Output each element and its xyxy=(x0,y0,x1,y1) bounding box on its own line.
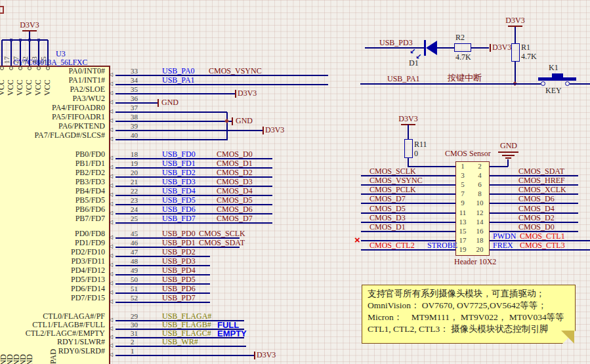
net-label[interactable]: USB_PA1 xyxy=(387,75,420,83)
net-label[interactable]: USB_FD4 xyxy=(162,187,196,195)
pin-number[interactable]: 55 xyxy=(39,56,48,64)
net-label[interactable]: USB_FD2 xyxy=(162,169,196,177)
power-port-label[interactable]: D3V3 xyxy=(492,43,511,52)
net-label[interactable]: USB_PD6 xyxy=(162,285,196,293)
sensor-header-type[interactable]: Header 10X2 xyxy=(454,258,496,266)
net-label[interactable]: CMOS_CTL1 xyxy=(520,232,565,241)
power-port-label[interactable]: D3V3 xyxy=(257,351,276,359)
wire[interactable] xyxy=(437,47,454,49)
port-label[interactable]: CMOS_D4 xyxy=(217,187,253,195)
schematic-canvas[interactable]: U3 CY7C68013A_56LFXC CMOS Sensor Header … xyxy=(0,0,590,364)
wire[interactable] xyxy=(226,112,228,140)
wire[interactable] xyxy=(490,166,508,167)
pin-number[interactable]: 27 xyxy=(12,56,20,64)
chip-pin-name[interactable]: GND xyxy=(26,354,34,364)
net-label[interactable]: CMOS_D5 xyxy=(369,205,406,213)
component-value[interactable]: 4.7K xyxy=(455,53,471,62)
net-label[interactable]: USB_FD1 xyxy=(162,159,196,168)
net-label[interactable]: USB_PD4 xyxy=(162,266,196,275)
pin-number[interactable]: 17 xyxy=(3,56,11,64)
vcc-bus-wire[interactable] xyxy=(2,39,48,41)
component-refdes[interactable]: D1 xyxy=(409,59,419,68)
port-label[interactable]: CMOS_VSYNC xyxy=(209,67,262,75)
component-value[interactable]: KEY xyxy=(545,87,562,95)
led-diode[interactable] xyxy=(426,41,437,55)
port-label[interactable]: CMOS_D7 xyxy=(217,214,253,223)
wire[interactable] xyxy=(471,47,489,49)
net-label[interactable]: CMOS_HREF xyxy=(518,176,565,185)
resistor-R1[interactable] xyxy=(511,43,520,62)
net-label[interactable]: USB_PD5 xyxy=(162,275,196,284)
power-port-label[interactable]: D3V3 xyxy=(501,16,530,25)
port-label[interactable]: CMOS_D1 xyxy=(217,159,253,168)
net-label[interactable]: CMOS_PCLK xyxy=(369,186,416,194)
net-label[interactable]: USB_PD3 xyxy=(379,39,413,47)
resistor-R2[interactable] xyxy=(454,43,471,52)
wire[interactable] xyxy=(515,27,516,43)
wire[interactable] xyxy=(570,83,590,85)
switch-actuator[interactable] xyxy=(538,77,576,81)
net-label[interactable]: USB_FD7 xyxy=(162,214,196,223)
net-label[interactable]: USB_FD0 xyxy=(162,150,196,159)
wire[interactable] xyxy=(116,355,254,356)
sensor-title[interactable]: CMOS Sensor xyxy=(445,150,491,158)
net-label[interactable]: USB_PA1 xyxy=(162,76,195,85)
component-refdes[interactable]: R1 xyxy=(521,43,530,52)
port-label[interactable]: CMOS_SCLK xyxy=(199,230,245,238)
resistor-R11[interactable] xyxy=(404,139,413,158)
flag-tag[interactable]: EMPTY xyxy=(217,329,247,338)
port-label[interactable]: CMOS_D0 xyxy=(217,150,253,159)
pin-function-label[interactable]: PWDN xyxy=(493,232,516,241)
component-refdes[interactable]: K1 xyxy=(549,64,558,72)
net-label[interactable]: USB_PD1 xyxy=(162,239,196,247)
wire[interactable] xyxy=(29,31,30,40)
port-label[interactable]: CMOS_D6 xyxy=(217,205,253,214)
port-label[interactable]: CMOS_D3 xyxy=(217,178,253,186)
net-label[interactable]: USB_FD5 xyxy=(162,196,196,205)
power-port-label[interactable]: D3V3 xyxy=(394,115,423,123)
pin-function-label[interactable]: STROBE xyxy=(427,241,457,250)
net-label[interactable]: CMOS_XCLK xyxy=(518,186,566,194)
port-label[interactable]: CMOS_D5 xyxy=(217,196,253,205)
net-label[interactable]: CMOS_SDAT xyxy=(518,167,564,176)
component-value[interactable]: 4.7K xyxy=(521,52,537,61)
power-port-label[interactable]: D3V3 xyxy=(238,89,257,98)
ground-port-label[interactable]: GND xyxy=(236,117,253,125)
net-label[interactable]: USB_FD6 xyxy=(162,205,196,214)
net-label[interactable]: CMOS_VSYNC xyxy=(369,176,423,185)
net-label[interactable]: USB_PD2 xyxy=(162,248,196,256)
component-value[interactable]: 0 xyxy=(414,150,418,158)
wire[interactable] xyxy=(507,159,509,167)
pin-number[interactable]: 43 xyxy=(30,56,39,64)
net-label[interactable]: CMOS_D0 xyxy=(518,223,555,232)
net-label[interactable]: CMOS_D4 xyxy=(518,205,555,213)
power-port-label[interactable]: D3V3 xyxy=(15,21,44,30)
power-port-label[interactable]: D3V3 xyxy=(265,126,284,134)
net-label[interactable]: CMOS_CTL2 xyxy=(369,241,415,250)
net-label[interactable]: USB_PD0 xyxy=(162,230,196,238)
pin-function-label[interactable]: FREX xyxy=(493,241,513,250)
net-label[interactable]: USB_PD3 xyxy=(162,257,196,266)
wire[interactable] xyxy=(360,83,541,85)
pin-number[interactable]: 32 xyxy=(21,56,30,64)
net-label[interactable]: CMOS_CTL3 xyxy=(520,241,565,250)
net-label[interactable]: CMOS_D1 xyxy=(369,223,406,232)
wire[interactable] xyxy=(116,139,227,140)
component-refdes[interactable]: R11 xyxy=(414,140,427,149)
net-label[interactable]: USB_FD3 xyxy=(162,178,196,186)
port-label[interactable]: CMOS_SDAT xyxy=(199,239,245,247)
key-caption[interactable]: 按键中断 xyxy=(448,73,482,83)
net-label[interactable]: USB_PD7 xyxy=(162,294,196,302)
net-label[interactable]: CMOS_D7 xyxy=(369,195,406,203)
component-refdes[interactable]: R2 xyxy=(455,33,465,42)
net-label[interactable]: CMOS_D2 xyxy=(518,214,555,222)
port-label[interactable]: CMOS_D2 xyxy=(217,169,253,177)
net-label[interactable]: USB_WR# xyxy=(162,338,198,346)
wire[interactable] xyxy=(408,125,409,139)
no-erc-marker[interactable]: × xyxy=(354,234,360,245)
ground-label[interactable]: GND xyxy=(500,142,517,150)
net-label[interactable]: CMOS_SCLK xyxy=(369,167,416,176)
ground-port-label[interactable]: GND xyxy=(161,98,179,107)
net-label[interactable]: CMOS_D3 xyxy=(369,214,406,222)
chip-refdes[interactable]: U3 xyxy=(56,50,66,58)
